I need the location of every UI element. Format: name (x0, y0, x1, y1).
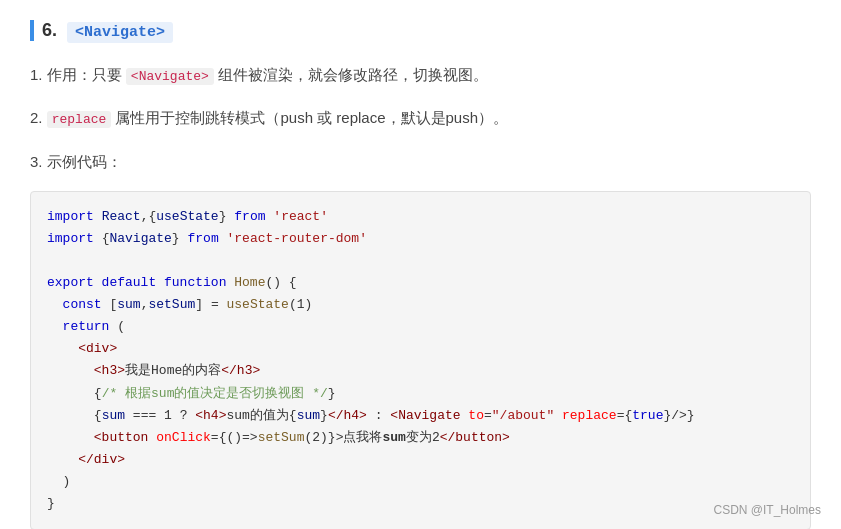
section-title: 6. <Navigate> (30, 20, 811, 41)
inline-tag-navigate: <Navigate> (126, 68, 214, 85)
code-line-9: {/* 根据sum的值决定是否切换视图 */} (47, 383, 794, 405)
code-line-11: <button onClick={()=>setSum(2)}>点我将sum变为… (47, 427, 794, 449)
code-line-8: <h3>我是Home的内容</h3> (47, 360, 794, 382)
point-2: 2. replace 属性用于控制跳转模式（push 或 replace，默认是… (30, 104, 811, 131)
code-line-12: </div> (47, 449, 794, 471)
inline-replace: replace (47, 111, 112, 128)
code-line-14: } (47, 493, 794, 515)
code-line-5: const [sum,setSum] = useState(1) (47, 294, 794, 316)
code-line-10: {sum === 1 ? <h4>sum的值为{sum}</h4> : <Nav… (47, 405, 794, 427)
code-line-13: ) (47, 471, 794, 493)
point-1: 1. 作用：只要 <Navigate> 组件被渲染，就会修改路径，切换视图。 (30, 61, 811, 88)
section-tag: <Navigate> (67, 22, 173, 43)
code-line-6: return ( (47, 316, 794, 338)
code-line-3 (47, 250, 794, 272)
code-line-2: import {Navigate} from 'react-router-dom… (47, 228, 794, 250)
code-block: import React,{useState} from 'react' imp… (30, 191, 811, 529)
point-3: 3. 示例代码： (30, 148, 811, 175)
code-line-1: import React,{useState} from 'react' (47, 206, 794, 228)
section-number: 6. <Navigate> (30, 20, 173, 41)
code-line-7: <div> (47, 338, 794, 360)
watermark: CSDN @IT_Holmes (713, 503, 821, 517)
code-line-4: export default function Home() { (47, 272, 794, 294)
